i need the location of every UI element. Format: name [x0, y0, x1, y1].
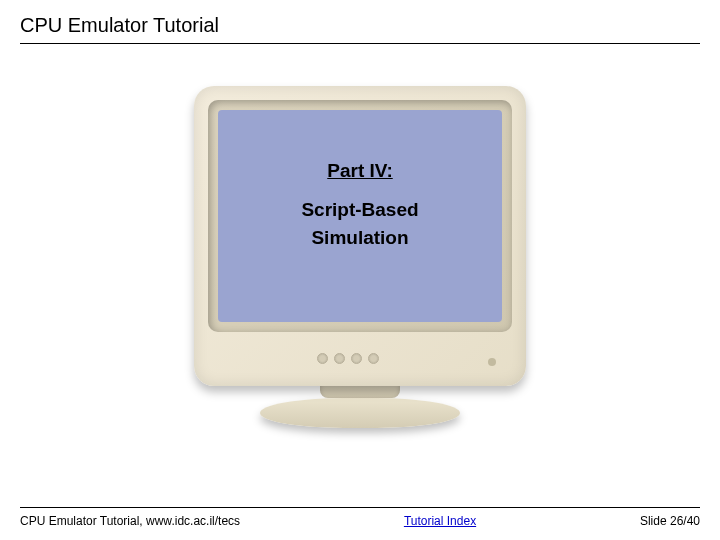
knob-icon [368, 353, 379, 364]
screen-line-1: Script-Based [301, 196, 418, 224]
footer-center: Tutorial Index [240, 514, 640, 528]
knob-icon [334, 353, 345, 364]
footer: CPU Emulator Tutorial, www.idc.ac.il/tec… [20, 507, 700, 528]
header: CPU Emulator Tutorial [20, 14, 700, 44]
screen-part-label: Part IV: [327, 160, 392, 182]
page-title: CPU Emulator Tutorial [20, 14, 700, 44]
monitor-bezel: Part IV: Script-Based Simulation [194, 86, 526, 386]
power-button-icon [488, 358, 496, 366]
monitor-knobs [317, 353, 379, 364]
monitor-stand-base [260, 398, 460, 428]
footer-credit: CPU Emulator Tutorial, www.idc.ac.il/tec… [20, 514, 240, 528]
knob-icon [351, 353, 362, 364]
tutorial-index-link[interactable]: Tutorial Index [404, 514, 476, 528]
screen-line-2: Simulation [311, 224, 408, 252]
monitor-controls [194, 344, 526, 372]
slide-number: Slide 26/40 [640, 514, 700, 528]
monitor-figure: Part IV: Script-Based Simulation [0, 86, 720, 436]
knob-icon [317, 353, 328, 364]
crt-monitor: Part IV: Script-Based Simulation [194, 86, 526, 436]
slide: CPU Emulator Tutorial Part IV: Script-Ba… [0, 0, 720, 540]
monitor-screen: Part IV: Script-Based Simulation [218, 110, 502, 322]
